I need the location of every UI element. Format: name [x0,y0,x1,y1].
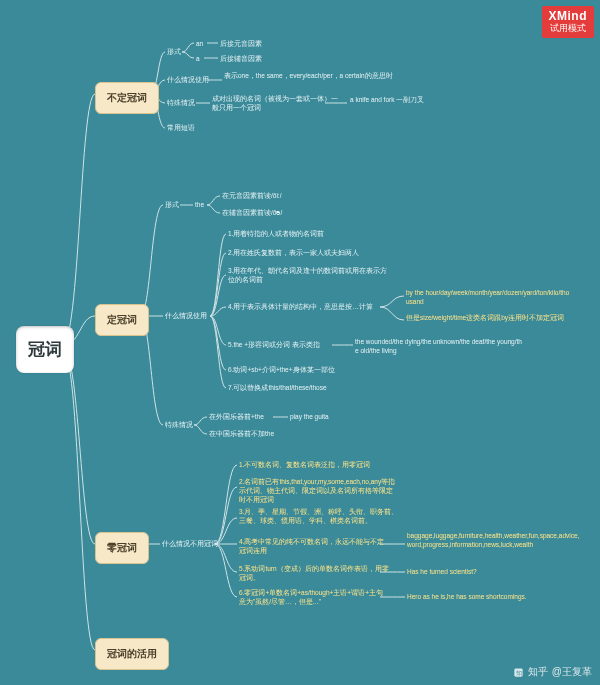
def-when-r4: 4.用于表示具体计量的结构中，意思是按…计算 [228,303,373,312]
def-form-vowel: 在元音因素前读/ði:/ [222,192,281,201]
indef-special-label[interactable]: 特殊情况 [167,99,195,108]
def-special-label[interactable]: 特殊情况 [165,421,193,430]
zero-r5a: Has he turned scientist? [407,568,477,577]
branch-zero[interactable]: 零冠词 [95,532,149,564]
indef-form-an[interactable]: an [196,40,203,49]
indef-form-a[interactable]: a [196,55,200,64]
def-special-b: 在中国乐器前不加the [209,430,274,439]
indef-form-a-desc: 后接辅音因素 [220,55,262,64]
zero-r4: 4.高考中常见的纯不可数名词，永远不能与不定冠词连用 [239,538,389,556]
zero-r4a: baggage,luggage,furniture,health,weather… [407,532,582,550]
def-when-r5a: the wounded/the dying/the unknown/the de… [355,338,525,356]
def-when-r1: 1.用着特指的人或者物的名词前 [228,230,324,239]
zero-r6: 6.零冠词+单数名词+as/though+主语+谓语+主句 意为"虽然/尽管…，… [239,589,389,607]
branch-definite[interactable]: 定冠词 [95,304,149,336]
zero-r1: 1.不可数名词、复数名词表泛指，用零冠词 [239,461,370,470]
def-form-the[interactable]: the [195,201,204,210]
indef-special-desc: 成对出现的名词（被视为一套或一体）一般只用一个冠词 [212,95,342,113]
zero-when-label[interactable]: 什么情况不用冠词 [162,540,218,549]
indef-form-an-desc: 后接元音因素 [220,40,262,49]
indef-phrases[interactable]: 常用短语 [167,124,195,133]
trial-mode-label: 试用模式 [549,23,588,34]
def-form-label[interactable]: 形式 [165,201,179,210]
indef-when-desc: 表示one，the same，every/each/per，a certain的… [224,72,393,81]
def-when-r2: 2.用在姓氏复数前，表示一家人或夫妇两人 [228,249,359,258]
def-form-cons: 在辅音因素前读/ðə/ [222,209,282,218]
zero-r2: 2.名词前已有this,that,your,my,some,each,no,an… [239,478,399,504]
def-when-label[interactable]: 什么情况使用 [165,312,207,321]
credit-author: @王复革 [552,665,592,679]
xmind-watermark: XMind 试用模式 [542,6,595,38]
indef-when-label[interactable]: 什么情况使用 [167,76,209,85]
mindmap-canvas: 冠词 不定冠词 定冠词 零冠词 冠词的活用 形式 an 后接元音因素 a 后接辅… [0,0,600,685]
def-when-r3: 3.用在年代、朝代名词及逢十的数词前或用在表示方位的名词前 [228,267,388,285]
svg-text:知: 知 [515,669,521,675]
zero-r3: 3.月、季、星期、节假、洲、称呼、头衔、职务前、三餐、球类、惯用语、学科、棋类名… [239,508,399,526]
def-special-a: 在外国乐器前+the [209,413,264,422]
indef-special-example: a knife and fork 一副刀叉 [350,96,424,105]
zero-r5: 5.系动词turn（变成）后的单数名词作表语，用零冠词。 [239,565,389,583]
zhihu-icon: 知 [513,667,524,678]
source-credit: 知 知乎 @王复革 [513,665,592,679]
def-when-r5: 5.the +形容词或分词 表示类指 [228,341,320,350]
root-node[interactable]: 冠词 [16,326,74,373]
branch-flexible[interactable]: 冠词的活用 [95,638,169,670]
def-special-a-ex: play the guita [290,413,329,422]
branch-indefinite[interactable]: 不定冠词 [95,82,159,114]
indef-form-label[interactable]: 形式 [167,48,181,57]
credit-platform: 知乎 [528,665,548,679]
brand-label: XMind [549,9,588,23]
def-when-r6: 6.动词+sb+介词+the+身体某一部位 [228,366,335,375]
def-when-r7: 7.可以替换成this/that/these/those [228,384,327,393]
def-when-r4a: by the hour/day/week/month/year/dozen/ya… [406,289,571,307]
zero-r6a: Hero as he is,he has some shortcomings. [407,593,527,602]
def-when-r4b: 但是size/weight/time这类名词跟by连用时不加定冠词 [406,314,564,323]
